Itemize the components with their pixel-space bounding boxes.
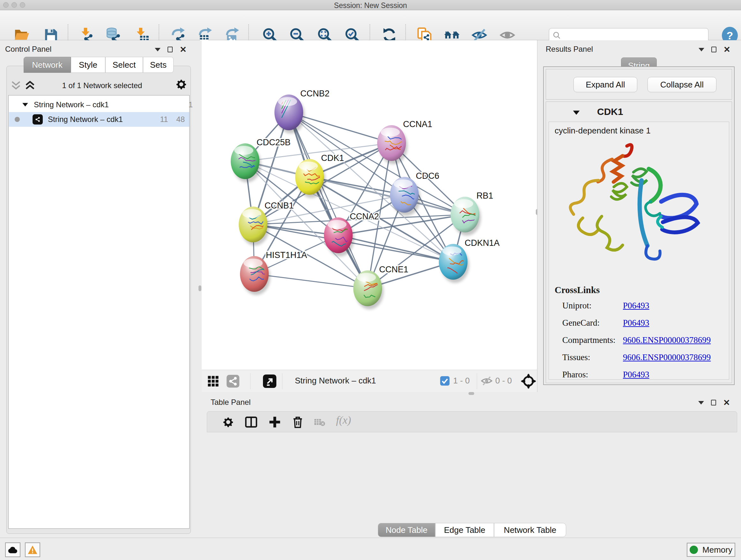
entry-body: cyclin-dependent kinase 1 <box>549 122 729 380</box>
control-panel-float-icon[interactable] <box>167 47 173 52</box>
left-splitter-handle[interactable] <box>199 286 201 291</box>
results-panel-title: Results Panel <box>546 45 593 54</box>
table-panel-menu-icon[interactable] <box>698 401 704 405</box>
expand-all-icon[interactable] <box>23 80 37 91</box>
warning-icon <box>27 545 38 555</box>
network-node-label: CCNA1 <box>403 119 432 129</box>
memory-button[interactable]: Memory <box>687 543 735 557</box>
hidden-counts: 0 - 0 <box>495 376 512 386</box>
table-panel-close-icon[interactable]: ✕ <box>723 398 730 407</box>
crosslink-row: GeneCard:P06493 <box>562 318 722 328</box>
table-toolbar: f(x) <box>207 411 737 432</box>
network-node-HIST1H1A[interactable]: HIST1H1A <box>240 250 307 295</box>
tab-sets[interactable]: Sets <box>143 57 174 73</box>
table-panel-title: Table Panel <box>211 398 251 407</box>
show-columns-icon[interactable] <box>245 416 258 428</box>
network-row-selected[interactable]: String Network – cdk1 11 48 <box>9 112 189 127</box>
network-node-CCNE1[interactable]: CCNE1 <box>353 265 408 309</box>
tab-network[interactable]: Network <box>23 57 71 73</box>
network-options-gear-icon[interactable] <box>175 78 188 91</box>
string-network-graph[interactable]: CCNB2 CCNA1 CDC25B CDK1 CDC6 RB1 CCNB1 C… <box>202 40 537 370</box>
network-node-label: CCNA2 <box>350 212 379 221</box>
memory-label: Memory <box>702 545 732 555</box>
network-edge[interactable] <box>338 235 453 262</box>
network-collection-row[interactable]: String Network – cdk1 1 <box>17 98 198 112</box>
tree-expander-icon[interactable] <box>22 102 29 108</box>
network-node-CDKN1A[interactable]: CDKN1A <box>439 238 500 283</box>
crosslink-link[interactable]: 9606.ENSP00000378699 <box>623 335 711 345</box>
control-panel-menu-icon[interactable] <box>155 48 160 51</box>
network-node-CCNA1[interactable]: CCNA1 <box>377 119 432 164</box>
crosslink-link[interactable]: P06493 <box>623 318 650 328</box>
collapse-all-icon[interactable] <box>10 80 22 91</box>
grid-view-icon[interactable] <box>207 375 219 387</box>
results-buttons-box: Expand All Collapse All <box>546 69 732 100</box>
network-edge[interactable] <box>254 274 367 288</box>
status-bar: Memory <box>0 538 741 560</box>
selected-checkbox-icon[interactable] <box>440 376 450 386</box>
main-toolbar: ? <box>0 10 741 40</box>
open-in-window-icon[interactable] <box>263 374 276 388</box>
network-list: String Network – cdk1 1 String Network –… <box>8 95 190 529</box>
results-panel-close-icon[interactable]: ✕ <box>724 45 731 54</box>
collection-label: String Network – cdk1 <box>34 100 109 109</box>
bottom-splitter-handle[interactable] <box>468 392 474 395</box>
entry-gene-name: CDK1 <box>597 106 623 117</box>
entry-collapse-icon[interactable] <box>572 110 581 116</box>
crosslink-label: Compartments: <box>562 335 623 345</box>
expand-all-button[interactable]: Expand All <box>574 77 637 92</box>
network-node-CCNB2[interactable]: CCNB2 <box>274 86 330 133</box>
tab-select[interactable]: Select <box>105 57 143 73</box>
table-panel: Table Panel ✕ f(x) sh <box>202 395 741 538</box>
control-panel-title: Control Panel <box>5 45 51 54</box>
entry-description: cyclin-dependent kinase 1 <box>555 126 651 136</box>
divider <box>477 373 477 389</box>
create-column-plus-icon[interactable] <box>268 416 281 428</box>
network-edge[interactable] <box>289 112 367 288</box>
network-node-label: CDC25B <box>257 138 291 147</box>
control-panel-tabs: NetworkStyleSelectSets <box>23 57 174 73</box>
network-node-CDC6[interactable]: CDC6 <box>390 171 440 216</box>
network-label: String Network – cdk1 <box>48 115 123 124</box>
collapse-all-button[interactable]: Collapse All <box>648 77 717 92</box>
network-node-CDC25B[interactable]: CDC25B <box>231 138 291 182</box>
selected-counts: 1 - 0 <box>453 376 470 386</box>
network-node-label: CCNB2 <box>300 89 330 98</box>
warning-button[interactable] <box>25 543 40 557</box>
hidden-eye-icon[interactable] <box>481 376 493 386</box>
crosslink-row: Compartments:9606.ENSP00000378699 <box>562 335 722 345</box>
table-panel-float-icon[interactable] <box>711 400 716 406</box>
cloud-status-button[interactable] <box>5 543 20 557</box>
network-node-label: CDC6 <box>416 171 440 181</box>
results-panel-menu-icon[interactable] <box>698 48 704 51</box>
delete-column-trash-icon[interactable] <box>291 416 304 428</box>
control-panel-close-icon[interactable]: ✕ <box>180 45 187 54</box>
results-panel-float-icon[interactable] <box>711 47 717 52</box>
tab-network-table[interactable]: Network Table <box>494 523 566 537</box>
crosslink-row: Pharos:P06493 <box>562 370 722 380</box>
tab-edge-table[interactable]: Edge Table <box>435 523 494 537</box>
tab-style[interactable]: Style <box>71 57 105 73</box>
table-settings-gear-icon[interactable] <box>222 416 234 428</box>
network-node-label: HIST1H1A <box>266 250 307 260</box>
network-canvas[interactable]: CCNB2 CCNA1 CDC25B CDK1 CDC6 RB1 CCNB1 C… <box>202 40 537 370</box>
crosslinks-title: CrossLinks <box>555 285 600 295</box>
function-builder-icon: f(x) <box>336 414 351 426</box>
network-node-CCNA2[interactable]: CCNA2 <box>324 212 379 256</box>
crosslink-link[interactable]: 9606.ENSP00000378699 <box>623 353 711 362</box>
network-node-count: 11 <box>160 115 168 124</box>
crosslink-link[interactable]: P06493 <box>623 370 650 380</box>
divider <box>250 373 251 389</box>
crosslink-label: GeneCard: <box>562 318 623 328</box>
share-view-icon[interactable] <box>226 375 239 388</box>
birdseye-view-icon[interactable] <box>521 374 536 389</box>
tab-node-table[interactable]: Node Table <box>378 523 435 537</box>
network-node-label: CDKN1A <box>465 238 500 248</box>
control-panel: Control Panel ✕ NetworkStyleSelectSets 1… <box>0 40 202 538</box>
network-node-RB1[interactable]: RB1 <box>451 191 493 236</box>
network-node-label: CDK1 <box>321 153 344 163</box>
crosslink-link[interactable]: P06493 <box>623 301 650 311</box>
network-view-title: String Network – cdk1 <box>295 376 376 386</box>
search-input[interactable] <box>561 31 702 40</box>
window-titlebar: Session: New Session <box>0 0 741 10</box>
